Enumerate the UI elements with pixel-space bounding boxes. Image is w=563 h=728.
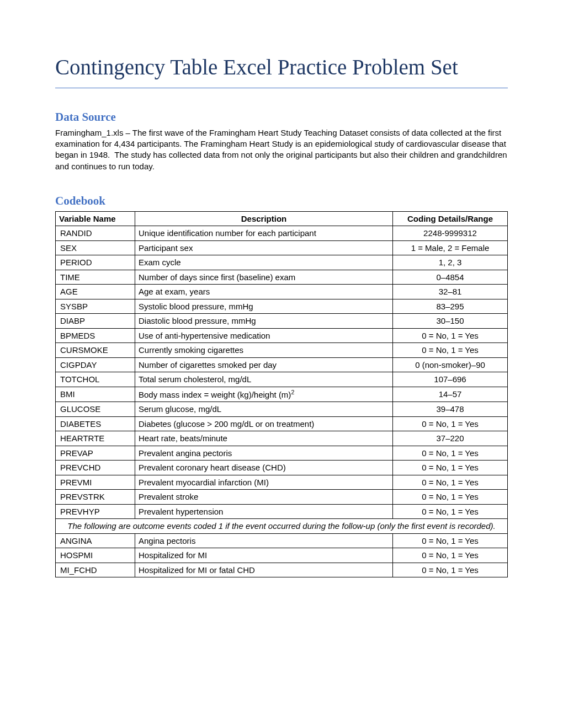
cell-description: Diastolic blood pressure, mmHg (135, 314, 393, 329)
cell-variable-name: MI_FCHD (56, 563, 135, 577)
cell-variable-name: SYSBP (56, 299, 135, 314)
cell-description: Serum glucose, mg/dL (135, 402, 393, 417)
section-heading-data-source: Data Source (55, 110, 508, 124)
table-row: DIABPDiastolic blood pressure, mmHg30–15… (56, 314, 508, 329)
col-header-range: Coding Details/Range (393, 211, 508, 226)
cell-range: 0 = No, 1 = Yes (393, 475, 508, 490)
cell-variable-name: HEARTRTE (56, 431, 135, 446)
cell-variable-name: AGE (56, 285, 135, 299)
table-spanner-row: The following are outcome events coded 1… (56, 519, 508, 534)
cell-description: Body mass index = weight (kg)/height (m)… (135, 387, 393, 402)
cell-description: Unique identification number for each pa… (135, 226, 393, 241)
cell-range: 0 = No, 1 = Yes (393, 533, 508, 548)
cell-description: Prevalent stroke (135, 490, 393, 505)
table-row: HOSPMIHospitalized for MI0 = No, 1 = Yes (56, 548, 508, 563)
cell-description: Prevalent coronary heart disease (CHD) (135, 461, 393, 475)
cell-description: Number of cigarettes smoked per day (135, 357, 393, 372)
cell-variable-name: BMI (56, 387, 135, 402)
table-row: RANDIDUnique identification number for e… (56, 226, 508, 241)
cell-range: 0 = No, 1 = Yes (393, 343, 508, 358)
cell-range: 1, 2, 3 (393, 255, 508, 270)
table-row: SYSBPSystolic blood pressure, mmHg83–295 (56, 299, 508, 314)
table-row: PREVAPPrevalent angina pectoris0 = No, 1… (56, 446, 508, 461)
document-page: Contingency Table Excel Practice Problem… (0, 0, 563, 611)
cell-description: Age at exam, years (135, 285, 393, 299)
cell-range: 2248-9999312 (393, 226, 508, 241)
cell-variable-name: DIABETES (56, 416, 135, 431)
cell-variable-name: PREVSTRK (56, 490, 135, 505)
table-row: PREVCHDPrevalent coronary heart disease … (56, 461, 508, 475)
cell-variable-name: HOSPMI (56, 548, 135, 563)
col-header-variable: Variable Name (56, 211, 135, 226)
cell-description: Number of days since first (baseline) ex… (135, 270, 393, 285)
table-row: BPMEDSUse of anti-hypertensive medicatio… (56, 328, 508, 343)
cell-range: 0 = No, 1 = Yes (393, 548, 508, 563)
table-row: PERIODExam cycle1, 2, 3 (56, 255, 508, 270)
table-row: CIGPDAYNumber of cigarettes smoked per d… (56, 357, 508, 372)
cell-variable-name: PREVHYP (56, 504, 135, 519)
spanner-text: The following are outcome events coded 1… (56, 519, 508, 534)
page-title: Contingency Table Excel Practice Problem… (55, 55, 508, 88)
cell-variable-name: ANGINA (56, 533, 135, 548)
table-row: TOTCHOLTotal serum cholesterol, mg/dL107… (56, 372, 508, 387)
cell-description: Exam cycle (135, 255, 393, 270)
cell-range: 0 = No, 1 = Yes (393, 563, 508, 577)
cell-variable-name: SEX (56, 240, 135, 255)
cell-variable-name: TIME (56, 270, 135, 285)
cell-range: 37–220 (393, 431, 508, 446)
cell-range: 39–478 (393, 402, 508, 417)
cell-range: 0 = No, 1 = Yes (393, 461, 508, 475)
table-row: MI_FCHDHospitalized for MI or fatal CHD0… (56, 563, 508, 577)
cell-description: Prevalent angina pectoris (135, 446, 393, 461)
cell-description: Diabetes (glucose > 200 mg/dL or on trea… (135, 416, 393, 431)
table-header-row: Variable Name Description Coding Details… (56, 211, 508, 226)
cell-description: Prevalent hypertension (135, 504, 393, 519)
cell-description: Participant sex (135, 240, 393, 255)
cell-range: 0 = No, 1 = Yes (393, 490, 508, 505)
cell-variable-name: DIABP (56, 314, 135, 329)
cell-description: Use of anti-hypertensive medication (135, 328, 393, 343)
table-row: GLUCOSESerum glucose, mg/dL39–478 (56, 402, 508, 417)
table-row: CURSMOKECurrently smoking cigarettes0 = … (56, 343, 508, 358)
section-heading-codebook: Codebook (55, 194, 508, 208)
table-row: DIABETESDiabetes (glucose > 200 mg/dL or… (56, 416, 508, 431)
cell-description: Total serum cholesterol, mg/dL (135, 372, 393, 387)
cell-range: 83–295 (393, 299, 508, 314)
table-row: TIMENumber of days since first (baseline… (56, 270, 508, 285)
table-row: AGEAge at exam, years32–81 (56, 285, 508, 299)
cell-range: 14–57 (393, 387, 508, 402)
cell-range: 0 = No, 1 = Yes (393, 446, 508, 461)
cell-variable-name: RANDID (56, 226, 135, 241)
cell-range: 32–81 (393, 285, 508, 299)
cell-description: Angina pectoris (135, 533, 393, 548)
cell-description: Heart rate, beats/minute (135, 431, 393, 446)
table-row: PREVSTRKPrevalent stroke0 = No, 1 = Yes (56, 490, 508, 505)
cell-variable-name: PREVAP (56, 446, 135, 461)
cell-range: 0 = No, 1 = Yes (393, 328, 508, 343)
cell-range: 0 (non-smoker)–90 (393, 357, 508, 372)
cell-variable-name: PREVMI (56, 475, 135, 490)
cell-range: 0 = No, 1 = Yes (393, 416, 508, 431)
cell-description: Currently smoking cigarettes (135, 343, 393, 358)
table-row: ANGINAAngina pectoris0 = No, 1 = Yes (56, 533, 508, 548)
table-row: PREVHYPPrevalent hypertension0 = No, 1 =… (56, 504, 508, 519)
cell-range: 107–696 (393, 372, 508, 387)
data-source-paragraph: Framingham_1.xls – The first wave of the… (55, 127, 508, 172)
cell-description: Systolic blood pressure, mmHg (135, 299, 393, 314)
codebook-table: Variable Name Description Coding Details… (55, 211, 508, 578)
cell-range: 1 = Male, 2 = Female (393, 240, 508, 255)
cell-description: Hospitalized for MI (135, 548, 393, 563)
table-row: BMIBody mass index = weight (kg)/height … (56, 387, 508, 402)
table-row: PREVMIPrevalent myocardial infarction (M… (56, 475, 508, 490)
cell-range: 0–4854 (393, 270, 508, 285)
cell-description: Hospitalized for MI or fatal CHD (135, 563, 393, 577)
cell-range: 30–150 (393, 314, 508, 329)
cell-description: Prevalent myocardial infarction (MI) (135, 475, 393, 490)
cell-variable-name: CURSMOKE (56, 343, 135, 358)
cell-variable-name: CIGPDAY (56, 357, 135, 372)
cell-variable-name: PERIOD (56, 255, 135, 270)
cell-variable-name: GLUCOSE (56, 402, 135, 417)
cell-range: 0 = No, 1 = Yes (393, 504, 508, 519)
col-header-description: Description (135, 211, 393, 226)
table-row: HEARTRTEHeart rate, beats/minute37–220 (56, 431, 508, 446)
